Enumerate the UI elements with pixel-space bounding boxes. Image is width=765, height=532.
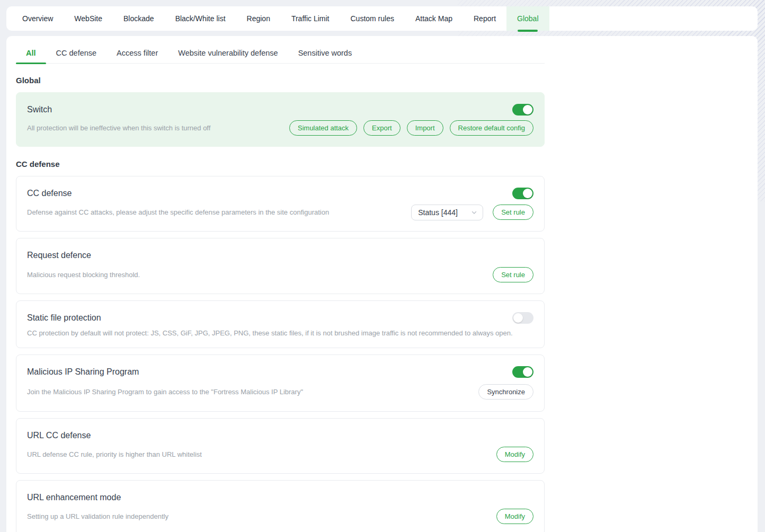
global-switch-toggle[interactable] [512,104,533,116]
subtab-access-filter[interactable]: Access filter [106,42,168,63]
url-enhancement-mode-card-description: Setting up a URL validation rule indepen… [27,512,168,520]
cc-defense-card-actions: Status [444] Set rule [411,205,533,220]
url-cc-defense-card-title: URL CC defense [27,431,91,440]
cc-defense-card: CC defense Defense against CC attacks, p… [16,176,545,232]
subtab-label: Website vulnerability defense [178,49,278,57]
subtab-website-vulnerability-defense[interactable]: Website vulnerability defense [168,42,288,63]
cc-defense-card-description: Defense against CC attacks, please adjus… [27,208,329,216]
nav-tab-website[interactable]: WebSite [64,6,113,31]
nav-tab-label: Black/White list [175,14,226,23]
switch-card-actions: Simulated attack Export Import Restore d… [289,120,533,136]
subtab-all[interactable]: All [16,42,46,63]
switch-card: Switch All protection will be ineffectiv… [16,92,545,147]
nav-tab-label: Report [474,14,496,23]
nav-tab-label: Region [247,14,270,23]
active-subtab-underline [16,63,46,64]
request-defence-card-description: Malicious request blocking threshold. [27,271,140,279]
subtab-sensitive-words[interactable]: Sensitive words [288,42,362,63]
active-tab-underline [518,30,538,32]
url-cc-defense-card: URL CC defense URL defense CC rule, prio… [16,418,545,474]
nav-tab-black-white-list[interactable]: Black/White list [165,6,236,31]
top-navigation: Overview WebSite Blockade Black/White li… [6,6,758,31]
nav-tab-label: WebSite [74,14,102,23]
toggle-knob [513,313,523,323]
url-enhancement-mode-card-actions: Modify [496,509,533,524]
static-file-protection-card-description: CC protection by default will not protec… [27,329,513,337]
nav-tab-global[interactable]: Global [506,6,549,31]
static-file-protection-card: Static file protection CC protection by … [16,300,545,348]
nav-tab-blockade[interactable]: Blockade [113,6,165,31]
content-column: All CC defense Access filter Website vul… [16,42,545,532]
subtab-label: CC defense [56,49,97,57]
toggle-knob [523,367,532,377]
toggle-knob [523,189,532,198]
cc-defense-card-title: CC defense [27,189,72,198]
nav-tab-custom-rules[interactable]: Custom rules [340,6,405,31]
nav-tab-label: Overview [22,14,53,23]
nav-tab-traffic-limit[interactable]: Traffic Limit [281,6,340,31]
url-cc-defense-modify-button[interactable]: Modify [496,447,533,462]
nav-tab-label: Attack Map [415,14,452,23]
nav-tab-attack-map[interactable]: Attack Map [405,6,463,31]
import-button[interactable]: Import [407,120,443,136]
malicious-ip-sharing-card-description: Join the Malicious IP Sharing Program to… [27,388,303,396]
malicious-ip-sharing-card-actions: Synchronize [478,384,533,400]
request-defence-card: Request defence Malicious request blocki… [16,238,545,294]
nav-tab-overview[interactable]: Overview [12,6,64,31]
nav-tab-label: Custom rules [351,14,394,23]
subtab-label: All [26,49,36,57]
static-file-protection-toggle[interactable] [512,312,533,324]
static-file-protection-card-title: Static file protection [27,313,101,323]
cc-defense-toggle[interactable] [512,188,533,199]
malicious-ip-sharing-card-title: Malicious IP Sharing Program [27,367,139,377]
nav-tab-label: Traffic Limit [291,14,330,23]
subtab-bar: All CC defense Access filter Website vul… [16,42,545,64]
url-enhancement-mode-card-title: URL enhancement mode [27,493,121,502]
url-enhancement-mode-modify-button[interactable]: Modify [496,509,533,524]
content-panel: All CC defense Access filter Website vul… [6,36,758,532]
url-cc-defense-card-description: URL defense CC rule, priority is higher … [27,450,202,458]
subtab-label: Access filter [117,49,158,57]
request-defence-card-actions: Set rule [493,267,533,282]
nav-tab-report[interactable]: Report [463,6,506,31]
malicious-ip-sharing-card: Malicious IP Sharing Program Join the Ma… [16,354,545,412]
switch-card-title: Switch [27,105,52,114]
subtab-label: Sensitive words [298,49,352,57]
simulated-attack-button[interactable]: Simulated attack [289,120,357,136]
toggle-knob [523,105,532,114]
url-enhancement-mode-card: URL enhancement mode Setting up a URL va… [16,480,545,532]
cc-defense-set-rule-button[interactable]: Set rule [493,205,533,220]
status-dropdown[interactable]: Status [444] [411,205,483,220]
section-heading-cc-defense: CC defense [16,159,545,169]
subtab-cc-defense[interactable]: CC defense [46,42,107,63]
url-cc-defense-card-actions: Modify [496,447,533,462]
chevron-down-icon [471,209,477,216]
malicious-ip-sharing-toggle[interactable] [512,366,533,378]
request-defence-card-title: Request defence [27,251,91,260]
section-heading-global: Global [16,76,545,85]
nav-tab-label: Global [517,14,538,23]
export-button[interactable]: Export [363,120,401,136]
request-defence-set-rule-button[interactable]: Set rule [493,267,533,282]
status-dropdown-value: Status [444] [418,208,458,217]
switch-card-description: All protection will be ineffective when … [27,124,210,132]
nav-tab-region[interactable]: Region [236,6,281,31]
restore-default-config-button[interactable]: Restore default config [450,120,533,136]
nav-tab-label: Blockade [123,14,154,23]
synchronize-button[interactable]: Synchronize [478,384,533,400]
